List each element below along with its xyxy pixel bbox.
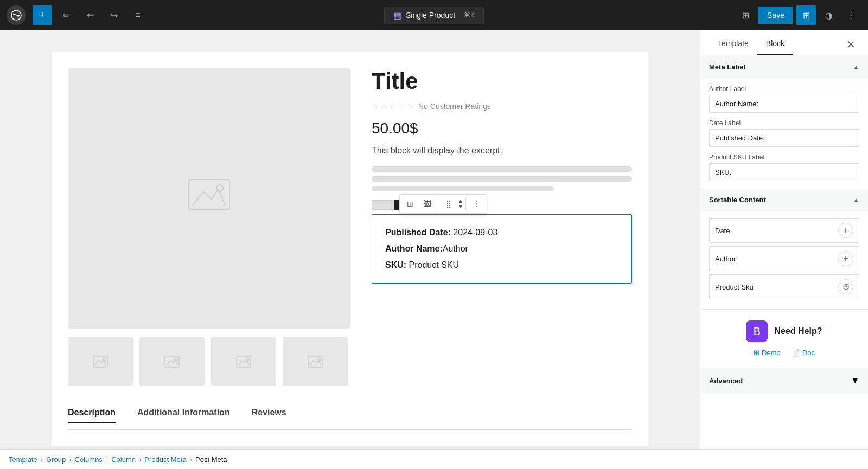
breadcrumb-sep-5: › xyxy=(190,455,192,464)
tab-description[interactable]: Description xyxy=(68,408,116,423)
product-main-image xyxy=(68,68,350,329)
add-block-button[interactable]: + xyxy=(33,5,52,25)
meta-published-date: Published Date: 2024-09-03 xyxy=(385,228,618,237)
product-loading-bars xyxy=(372,166,632,191)
main-layout: Title ☆ ☆ ☆ ☆ ☆ No Customer Ratings 50.0… xyxy=(0,30,868,449)
doc-link[interactable]: 📄 Doc xyxy=(792,349,815,357)
undo-button[interactable]: ↩ xyxy=(80,5,100,25)
contrast-button[interactable]: ◑ xyxy=(819,5,839,25)
bar-3 xyxy=(372,186,554,191)
author-label-input[interactable] xyxy=(709,95,859,113)
sortable-item-date[interactable]: Date + xyxy=(709,218,859,243)
sku-label-field-label: Product SKU Label xyxy=(709,153,859,161)
meta-toolbar-icon-grid[interactable]: ⊞ xyxy=(402,196,418,212)
meta-label-section: Meta Label ▲ Author Label Date Label Pro… xyxy=(700,55,868,188)
layout-button[interactable]: ⊞ xyxy=(736,5,755,25)
help-logo-icon: B xyxy=(746,320,768,342)
help-links: ⊞ Demo 📄 Doc xyxy=(754,349,815,357)
sortable-author-label: Author xyxy=(715,255,838,263)
meta-sku: SKU: Product SKU xyxy=(385,260,618,270)
demo-icon: ⊞ xyxy=(754,349,760,357)
tab-template[interactable]: Template xyxy=(709,30,757,55)
breadcrumb-columns[interactable]: Columns xyxy=(75,455,103,464)
thumbnail-3[interactable] xyxy=(211,337,276,386)
meta-sku-val: Product SKU xyxy=(409,260,459,269)
breadcrumb-column[interactable]: Column xyxy=(111,455,136,464)
meta-published-date-val: 2024-09-03 xyxy=(453,228,497,237)
meta-toolbar-icon-image[interactable]: 🖼 xyxy=(419,196,436,212)
meta-block[interactable]: ⊞ 🖼 ⣿ ▲ ▼ ⋮ Published Dat xyxy=(372,214,632,284)
bar-2 xyxy=(372,176,632,182)
meta-author-value: Author xyxy=(443,244,468,253)
template-badge[interactable]: ▦ Single Product ⌘K xyxy=(384,7,484,24)
sortable-content-chevron: ▲ xyxy=(853,196,859,204)
meta-arrow-down[interactable]: ▼ xyxy=(458,204,463,209)
topbar-right: ⊞ Save ⊞ ◑ ⋮ xyxy=(736,5,861,25)
thumbnail-4[interactable] xyxy=(283,337,348,386)
sortable-content-header[interactable]: Sortable Content ▲ xyxy=(700,188,868,211)
product-content: Title ☆ ☆ ☆ ☆ ☆ No Customer Ratings 50.0… xyxy=(68,68,632,386)
save-button[interactable]: Save xyxy=(758,7,793,24)
panel-close-button[interactable]: ✕ xyxy=(843,34,859,55)
svg-point-4 xyxy=(103,358,106,361)
canvas: Title ☆ ☆ ☆ ☆ ☆ No Customer Ratings 50.0… xyxy=(0,30,700,449)
redo-button[interactable]: ↪ xyxy=(104,5,124,25)
meta-sku-label: SKU: xyxy=(385,260,406,269)
product-price: 50.00$ xyxy=(372,120,632,137)
meta-author-label: Author Name: xyxy=(385,244,443,253)
product-thumbnails xyxy=(68,337,350,386)
meta-author: Author Name:Author xyxy=(385,244,618,254)
sortable-content-body: Date + Author + Product Sku ⊕ xyxy=(700,211,868,309)
product-image-column xyxy=(68,68,350,386)
sortable-sku-add[interactable]: ⊕ xyxy=(838,279,853,294)
meta-toolbar-divider xyxy=(438,198,438,209)
svg-point-8 xyxy=(246,358,249,361)
star-3: ☆ xyxy=(389,101,397,111)
template-shortcut: ⌘K xyxy=(464,11,475,19)
date-label-input[interactable] xyxy=(709,129,859,147)
meta-block-toolbar: ⊞ 🖼 ⣿ ▲ ▼ ⋮ xyxy=(399,194,487,214)
sku-label-input[interactable] xyxy=(709,163,859,181)
sortable-author-add[interactable]: + xyxy=(838,251,853,266)
breadcrumb-sep-1: › xyxy=(41,455,43,464)
template-icon: ▦ xyxy=(393,10,401,21)
advanced-header[interactable]: Advanced ▼ xyxy=(700,368,868,393)
sortable-item-sku[interactable]: Product Sku ⊕ xyxy=(709,274,859,299)
sortable-date-label: Date xyxy=(715,227,838,235)
product-excerpt: This block will display the excerpt. xyxy=(372,146,632,156)
breadcrumb-sep-4: › xyxy=(139,455,141,464)
meta-label-section-header[interactable]: Meta Label ▲ xyxy=(700,55,868,79)
meta-toolbar-arrows: ▲ ▼ xyxy=(458,198,463,209)
block-btn-first[interactable] xyxy=(372,200,394,210)
tools-button[interactable]: ✏ xyxy=(56,5,76,25)
breadcrumb-sep-3: › xyxy=(106,455,108,464)
breadcrumb-post-meta[interactable]: Post Meta xyxy=(195,455,227,464)
tab-additional-info[interactable]: Additional Information xyxy=(137,408,230,423)
star-4: ☆ xyxy=(398,101,405,111)
tab-reviews[interactable]: Reviews xyxy=(252,408,286,423)
thumbnail-2[interactable] xyxy=(139,337,205,386)
sortable-date-add[interactable]: + xyxy=(838,223,853,238)
list-view-button[interactable]: ≡ xyxy=(128,5,148,25)
theme-button[interactable]: ⊞ xyxy=(796,5,816,25)
star-2: ☆ xyxy=(380,101,388,111)
meta-toolbar-icon-drag[interactable]: ⣿ xyxy=(441,196,457,212)
breadcrumb-product-meta[interactable]: Product Meta xyxy=(144,455,186,464)
advanced-section: Advanced ▼ xyxy=(700,368,868,393)
demo-link[interactable]: ⊞ Demo xyxy=(754,349,781,357)
breadcrumb-group[interactable]: Group xyxy=(46,455,66,464)
sortable-item-author[interactable]: Author + xyxy=(709,246,859,271)
template-label: Single Product xyxy=(406,11,455,20)
tab-block[interactable]: Block xyxy=(757,30,793,55)
more-options-button[interactable]: ⋮ xyxy=(842,5,861,25)
thumbnail-1[interactable] xyxy=(68,337,133,386)
product-tabs: Description Additional Information Revie… xyxy=(68,408,632,430)
meta-toolbar-icon-more[interactable]: ⋮ xyxy=(468,196,484,212)
help-section: B Need Help? ⊞ Demo 📄 Doc xyxy=(700,310,868,368)
breadcrumb-sep-2: › xyxy=(69,455,71,464)
doc-label: Doc xyxy=(802,349,815,357)
star-1: ☆ xyxy=(372,101,379,111)
breadcrumb-template[interactable]: Template xyxy=(9,455,37,464)
help-brand-letter: B xyxy=(754,325,761,338)
star-5: ☆ xyxy=(406,101,414,111)
